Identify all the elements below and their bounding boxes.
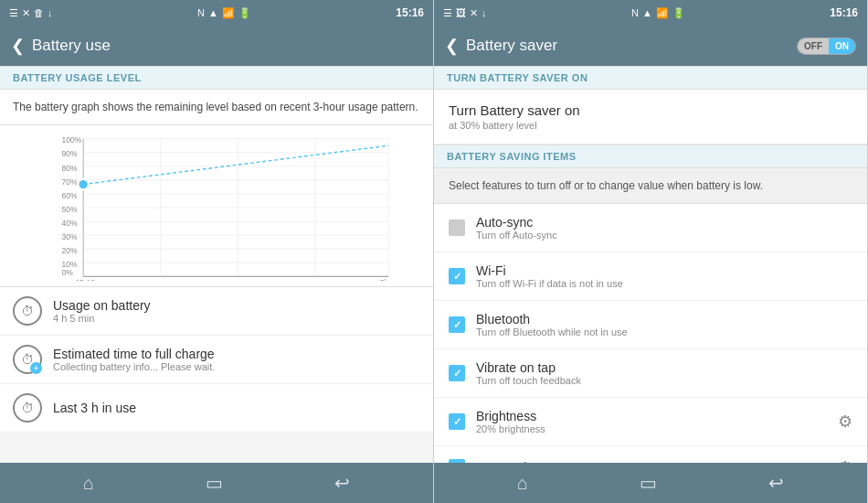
menu-icon-right: ☰ <box>443 7 452 19</box>
home-button-right[interactable]: ⌂ <box>517 473 528 494</box>
turn-on-header: TURN BATTERY SAVER ON <box>434 66 867 90</box>
svg-text:70%: 70% <box>62 177 78 187</box>
status-icons-left: ☰ ✕ 🗑 ↓ <box>9 7 53 19</box>
cross-icon: ✕ <box>22 7 30 19</box>
toggle-on-label[interactable]: ON <box>829 38 855 54</box>
usage-on-battery-item[interactable]: ⏱ Usage on battery 4 h 5 min <box>0 287 433 336</box>
svg-text:90%: 90% <box>62 149 78 158</box>
wifi-text: Wi-Fi Turn off Wi-Fi if data is not in u… <box>476 263 852 289</box>
content-right: TURN BATTERY SAVER ON Turn Battery saver… <box>434 66 867 463</box>
svg-line-27 <box>83 145 388 184</box>
back-nav-button-left[interactable]: ↩ <box>334 472 350 494</box>
recent-button-left[interactable]: ▭ <box>206 472 223 494</box>
svg-text:20%: 20% <box>62 246 78 255</box>
usage-on-battery-title: Usage on battery <box>53 298 151 313</box>
battery-usage-description: The battery graph shows the remaining le… <box>13 99 420 115</box>
brightness-text: Brightness 20% brightness <box>476 409 831 434</box>
image-icon-right: 🖼 <box>456 7 466 18</box>
battery-usage-header: BATTERY USAGE LEVEL <box>0 66 433 90</box>
battery-icon: 🔋 <box>238 7 251 19</box>
last-3h-item[interactable]: ⏱ Last 3 h in use <box>0 384 433 433</box>
trash-icon: 🗑 <box>34 7 44 18</box>
status-bar-right: ☰ 🖼 ✕ ↓ N ▲ 📶 🔋 15:16 <box>434 0 867 26</box>
nav-bar-left: ⌂ ▭ ↩ <box>0 463 433 503</box>
back-nav-button-right[interactable]: ↩ <box>768 472 784 494</box>
estimated-clock-icon: ⏱ + <box>13 345 42 374</box>
saving-items-header: BATTERY SAVING ITEMS <box>434 144 867 168</box>
status-time-right: 15:16 <box>830 6 858 19</box>
usage-clock-icon: ⏱ <box>13 296 42 326</box>
saving-items-description: Select features to turn off or to change… <box>434 168 867 204</box>
auto-sync-title: Auto-sync <box>476 215 852 230</box>
battery-saver-toggle[interactable]: OFF ON <box>797 37 856 55</box>
battery-usage-info: The battery graph shows the remaining le… <box>0 90 433 125</box>
vibrate-text: Vibrate on tap Turn off touch feedback <box>476 360 852 386</box>
menu-icon: ☰ <box>9 7 18 19</box>
turn-on-section[interactable]: Turn Battery saver on at 30% battery lev… <box>434 90 867 144</box>
svg-text:+3h: +3h <box>376 278 389 281</box>
battery-chart-container: 100% 90% 80% 70% 60% 50% 40% 30% 20% 10%… <box>0 125 433 287</box>
turn-on-title: Turn Battery saver on <box>449 102 852 118</box>
wifi-subtitle: Turn off Wi-Fi if data is not in use <box>476 278 852 289</box>
bluetooth-title: Bluetooth <box>476 312 852 326</box>
estimated-time-text: Estimated time to full charge Collecting… <box>53 347 215 372</box>
signal-icon: 📶 <box>222 7 235 19</box>
svg-text:100%: 100% <box>62 135 82 144</box>
brightness-title: Brightness <box>476 409 831 423</box>
usb-icon: ↓ <box>48 7 53 18</box>
auto-sync-item[interactable]: Auto-sync Turn off Auto-sync <box>434 204 867 252</box>
turn-on-subtitle: at 30% battery level <box>449 120 852 131</box>
brightness-item[interactable]: Brightness 20% brightness ⚙ <box>434 398 867 446</box>
back-button-left[interactable]: ❮ <box>11 36 25 56</box>
svg-text:0%: 0% <box>62 268 74 277</box>
usage-on-battery-text: Usage on battery 4 h 5 min <box>53 298 151 324</box>
wifi-icon-right: ▲ <box>642 7 652 18</box>
vibrate-title: Vibrate on tap <box>476 360 852 375</box>
bluetooth-checkbox[interactable] <box>449 316 465 333</box>
auto-sync-checkbox[interactable] <box>449 219 465 236</box>
recent-button-right[interactable]: ▭ <box>640 472 657 494</box>
nav-bar-right: ⌂ ▭ ↩ <box>434 463 867 503</box>
home-button-left[interactable]: ⌂ <box>83 473 94 494</box>
battery-icon-right: 🔋 <box>672 7 685 19</box>
toggle-off-label[interactable]: OFF <box>798 38 829 54</box>
estimated-time-subtitle: Collecting battery info... Please wait. <box>53 361 215 372</box>
left-panel: ☰ ✕ 🗑 ↓ N ▲ 📶 🔋 15:16 ❮ Battery use BATT… <box>0 0 434 503</box>
bluetooth-item[interactable]: Bluetooth Turn off Bluetooth while not i… <box>434 301 867 349</box>
vibrate-subtitle: Turn off touch feedback <box>476 375 852 386</box>
signal-icon-right: 📶 <box>656 7 669 19</box>
status-bar-left: ☰ ✕ 🗑 ↓ N ▲ 📶 🔋 15:16 <box>0 0 433 26</box>
top-bar-right: ❮ Battery saver OFF ON <box>434 26 867 66</box>
svg-text:40%: 40% <box>62 219 78 228</box>
svg-text:80%: 80% <box>62 164 78 173</box>
svg-text:30%: 30% <box>62 232 78 241</box>
bluetooth-subtitle: Turn off Bluetooth while not in use <box>476 326 852 337</box>
brightness-gear-icon[interactable]: ⚙ <box>838 412 852 432</box>
wifi-checkbox[interactable] <box>449 268 465 284</box>
nfc-icon-right: N <box>631 7 639 18</box>
vibrate-item[interactable]: Vibrate on tap Turn off touch feedback <box>434 349 867 398</box>
back-button-right[interactable]: ❮ <box>445 36 459 56</box>
usb-icon-right: ↓ <box>482 7 487 18</box>
content-left: BATTERY USAGE LEVEL The battery graph sh… <box>0 66 433 463</box>
nfc-icon: N <box>197 7 205 18</box>
vibrate-checkbox[interactable] <box>449 365 465 381</box>
bluetooth-text: Bluetooth Turn off Bluetooth while not i… <box>476 312 852 337</box>
estimated-time-title: Estimated time to full charge <box>53 347 215 361</box>
brightness-checkbox[interactable] <box>449 413 465 430</box>
svg-text:50%: 50% <box>62 205 78 214</box>
last-3h-text: Last 3 h in use <box>53 401 136 415</box>
wifi-icon: ▲ <box>208 7 218 18</box>
right-panel: ☰ 🖼 ✕ ↓ N ▲ 📶 🔋 15:16 ❮ Battery saver OF… <box>434 0 868 503</box>
auto-sync-text: Auto-sync Turn off Auto-sync <box>476 215 852 241</box>
estimated-time-item[interactable]: ⏱ + Estimated time to full charge Collec… <box>0 336 433 384</box>
status-icons-right: ☰ 🖼 ✕ ↓ <box>443 7 487 19</box>
top-bar-left: ❮ Battery use <box>0 26 433 66</box>
wifi-item[interactable]: Wi-Fi Turn off Wi-Fi if data is not in u… <box>434 252 867 301</box>
wifi-title: Wi-Fi <box>476 263 852 278</box>
screen-timeout-item[interactable]: Screen timeout ⚙ <box>434 446 867 463</box>
last3h-clock-icon: ⏱ <box>13 393 42 423</box>
right-status-icons-right: N ▲ 📶 🔋 <box>631 7 685 19</box>
battery-chart-svg: 100% 90% 80% 70% 60% 50% 40% 30% 20% 10%… <box>13 134 420 281</box>
right-status-icons-left: N ▲ 📶 🔋 <box>197 7 251 19</box>
